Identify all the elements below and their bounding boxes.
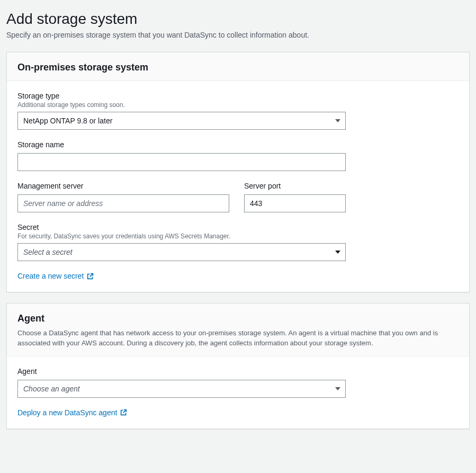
agent-panel-title: Agent	[17, 313, 459, 324]
storage-type-hint: Additional storage types coming soon.	[17, 101, 459, 109]
create-secret-link[interactable]: Create a new secret	[17, 272, 94, 280]
management-server-label: Management server	[17, 182, 229, 190]
server-port-input[interactable]	[244, 194, 346, 212]
management-server-field: Management server	[17, 182, 229, 212]
storage-type-label: Storage type	[17, 92, 459, 100]
agent-panel-header: Agent Choose a DataSync agent that has n…	[7, 304, 469, 356]
agent-panel: Agent Choose a DataSync agent that has n…	[6, 303, 470, 429]
agent-select[interactable]: Choose an agent	[17, 380, 346, 398]
secret-placeholder: Select a secret	[23, 248, 73, 256]
secret-select[interactable]: Select a secret	[17, 243, 346, 261]
page-title: Add storage system	[6, 11, 470, 28]
server-port-label: Server port	[244, 182, 346, 190]
management-server-input[interactable]	[17, 194, 229, 212]
server-row: Management server Server port	[17, 182, 459, 212]
server-port-field: Server port	[244, 182, 346, 212]
create-secret-link-text: Create a new secret	[17, 272, 84, 280]
storage-panel: On-premises storage system Storage type …	[6, 52, 470, 292]
agent-label: Agent	[17, 367, 459, 376]
deploy-agent-link[interactable]: Deploy a new DataSync agent	[17, 408, 127, 417]
storage-type-field: Storage type Additional storage types co…	[17, 92, 459, 130]
secret-field: Secret For security, DataSync saves your…	[17, 223, 459, 261]
page-subtitle: Specify an on-premises storage system th…	[6, 31, 470, 39]
create-secret-row: Create a new secret	[17, 272, 459, 280]
agent-field: Agent Choose an agent	[17, 367, 459, 398]
deploy-agent-row: Deploy a new DataSync agent	[17, 408, 459, 417]
secret-label: Secret	[17, 223, 459, 231]
agent-panel-desc: Choose a DataSync agent that has network…	[17, 328, 459, 349]
storage-type-select[interactable]: NetApp ONTAP 9.8 or later	[17, 112, 346, 130]
storage-name-label: Storage name	[17, 140, 459, 149]
storage-name-input[interactable]	[17, 153, 346, 171]
storage-type-value: NetApp ONTAP 9.8 or later	[23, 117, 112, 125]
storage-panel-title: On-premises storage system	[17, 62, 459, 73]
storage-panel-header: On-premises storage system	[7, 52, 469, 81]
storage-name-field: Storage name	[17, 140, 459, 171]
external-link-icon	[87, 273, 94, 280]
external-link-icon	[120, 409, 127, 416]
deploy-agent-link-text: Deploy a new DataSync agent	[17, 408, 117, 417]
secret-hint: For security, DataSync saves your creden…	[17, 233, 459, 240]
agent-placeholder: Choose an agent	[23, 385, 80, 393]
